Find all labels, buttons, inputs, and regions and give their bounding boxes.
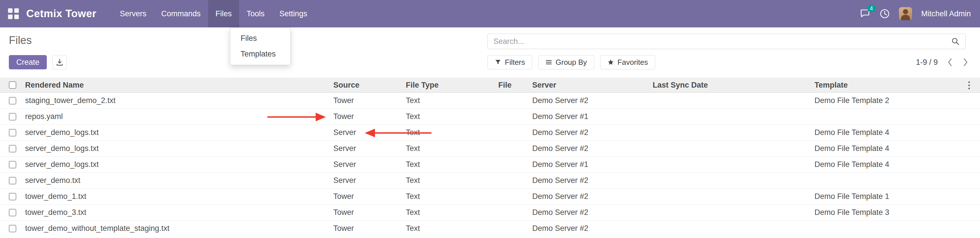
select-all-checkbox[interactable]	[9, 81, 16, 89]
cell-server: Demo Server #2	[532, 205, 653, 221]
user-name[interactable]: Mitchell Admin	[921, 10, 971, 18]
main-nav: Servers Commands Files Tools Settings	[113, 0, 315, 27]
row-checkbox[interactable]	[9, 209, 16, 216]
cell-server: Demo Server #1	[532, 157, 653, 173]
cell-file-type: Text	[406, 221, 498, 236]
cell-rendered-name: repos.yaml	[25, 109, 333, 125]
cell-server: Demo Server #2	[532, 189, 653, 205]
star-icon	[607, 59, 614, 66]
search-input[interactable]	[488, 34, 951, 49]
cell-file	[498, 157, 532, 173]
cell-source: Tower	[333, 189, 406, 205]
nav-item-commands[interactable]: Commands	[154, 0, 208, 27]
table-row[interactable]: tower_demo_3.txt Tower Text Demo Server …	[0, 205, 980, 221]
optional-columns-toggle-icon[interactable]: ⋮	[963, 78, 975, 92]
table-row[interactable]: tower_demo_1.txt Tower Text Demo Server …	[0, 189, 980, 205]
table-row[interactable]: staging_tower_demo_2.txt Tower Text Demo…	[0, 93, 980, 109]
row-checkbox[interactable]	[9, 145, 16, 152]
apps-grid-icon[interactable]	[8, 8, 19, 19]
search-options: Filters Group By Favorites	[487, 55, 655, 69]
filters-label: Filters	[505, 58, 525, 67]
search-icon[interactable]	[951, 37, 960, 46]
cell-source: Tower	[333, 221, 406, 236]
cell-server: Demo Server #1	[532, 109, 653, 125]
filters-button[interactable]: Filters	[487, 55, 532, 69]
row-checkbox[interactable]	[9, 225, 16, 232]
cell-template: Demo File Template 4	[815, 141, 963, 157]
table-row[interactable]: server_demo_logs.txt Server Text Demo Se…	[0, 125, 980, 141]
column-header-rendered-name[interactable]: Rendered Name	[25, 78, 333, 93]
favorites-button[interactable]: Favorites	[600, 55, 655, 69]
cell-server: Demo Server #2	[532, 221, 653, 236]
column-header-server[interactable]: Server	[532, 78, 653, 93]
user-avatar[interactable]	[899, 7, 912, 20]
row-checkbox[interactable]	[9, 97, 16, 105]
cell-rendered-name: tower_demo_1.txt	[25, 189, 333, 205]
pager-range: 1-9 / 9	[916, 58, 938, 67]
cell-rendered-name: server_demo.txt	[25, 173, 333, 189]
topbar: Cetmix Tower Servers Commands Files Tool…	[0, 0, 980, 27]
row-checkbox[interactable]	[9, 113, 16, 121]
column-header-template[interactable]: Template	[815, 78, 963, 93]
group-by-label: Group By	[556, 58, 587, 67]
cell-rendered-name: server_demo_logs.txt	[25, 157, 333, 173]
cell-server: Demo Server #2	[532, 93, 653, 109]
column-header-last-sync-date[interactable]: Last Sync Date	[653, 78, 815, 93]
dropdown-item-files[interactable]: Files	[230, 30, 290, 46]
cell-template	[815, 221, 963, 236]
cell-source: Tower	[333, 109, 406, 125]
table-row[interactable]: tower_demo_without_template_staging.txt …	[0, 221, 980, 236]
cell-last-sync-date	[653, 189, 815, 205]
cell-file-type: Text	[406, 173, 498, 189]
pager: 1-9 / 9	[916, 55, 970, 69]
cell-server: Demo Server #2	[532, 125, 653, 141]
row-checkbox[interactable]	[9, 193, 16, 200]
app-title[interactable]: Cetmix Tower	[26, 8, 97, 20]
cell-last-sync-date	[653, 93, 815, 109]
cell-file-type: Text	[406, 205, 498, 221]
nav-item-tools[interactable]: Tools	[239, 0, 272, 27]
table-row[interactable]: server_demo_logs.txt Server Text Demo Se…	[0, 141, 980, 157]
control-panel: Files Create Filters	[0, 27, 980, 78]
cell-file	[498, 221, 532, 236]
upload-files-button[interactable]	[52, 55, 67, 69]
create-button[interactable]: Create	[9, 55, 47, 69]
column-header-file-type[interactable]: File Type	[406, 78, 498, 93]
activities-clock-icon[interactable]	[880, 9, 890, 19]
pager-next-button[interactable]	[962, 56, 970, 68]
cell-file	[498, 109, 532, 125]
cell-template: Demo File Template 4	[815, 125, 963, 141]
cell-source: Server	[333, 157, 406, 173]
download-tray-icon	[56, 58, 64, 66]
cell-rendered-name: server_demo_logs.txt	[25, 141, 333, 157]
table-row[interactable]: server_demo_logs.txt Server Text Demo Se…	[0, 157, 980, 173]
messages-count-badge: 4	[867, 5, 875, 12]
cell-source: Server	[333, 141, 406, 157]
table-row[interactable]: repos.yaml Tower Text Demo Server #1	[0, 109, 980, 125]
cell-source: Server	[333, 125, 406, 141]
cell-source: Server	[333, 173, 406, 189]
cell-last-sync-date	[653, 221, 815, 236]
cell-last-sync-date	[653, 173, 815, 189]
cell-file	[498, 141, 532, 157]
dropdown-item-templates[interactable]: Templates	[230, 46, 290, 62]
page-title: Files	[9, 34, 32, 46]
nav-item-servers[interactable]: Servers	[113, 0, 154, 27]
cell-file-type: Text	[406, 141, 498, 157]
column-header-file[interactable]: File	[498, 78, 532, 93]
cell-template: Demo File Template 3	[815, 205, 963, 221]
row-checkbox[interactable]	[9, 161, 16, 168]
cell-template	[815, 109, 963, 125]
cell-file	[498, 93, 532, 109]
row-checkbox[interactable]	[9, 177, 16, 184]
table-body: staging_tower_demo_2.txt Tower Text Demo…	[0, 93, 980, 236]
row-checkbox[interactable]	[9, 129, 16, 136]
messages-button[interactable]: 4	[859, 8, 870, 19]
nav-item-settings[interactable]: Settings	[272, 0, 315, 27]
group-by-button[interactable]: Group By	[538, 55, 594, 69]
pager-previous-button[interactable]	[946, 56, 954, 68]
nav-item-files[interactable]: Files	[208, 0, 239, 27]
cell-server: Demo Server #2	[532, 141, 653, 157]
column-header-source[interactable]: Source	[333, 78, 406, 93]
table-row[interactable]: server_demo.txt Server Text Demo Server …	[0, 173, 980, 189]
